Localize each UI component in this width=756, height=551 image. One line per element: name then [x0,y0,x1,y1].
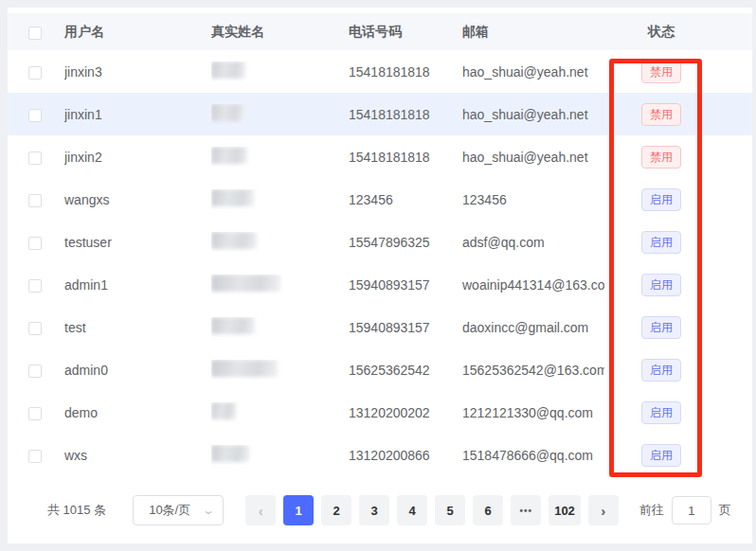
header-cell-username: 用户名 [64,24,211,41]
cell-checkbox [28,234,64,249]
pager: ‹ 123456•••102 › [245,495,619,525]
cell-email: hao_shuai@yeah.net [462,150,604,165]
header-cell-realname: 真实姓名 [211,24,349,41]
cell-realname [211,402,349,422]
header-cell-status: 状态 [604,24,718,41]
table-row: test 15940893157 daoxincc@gmail.com 启用 [8,306,752,348]
cell-status: 启用 [604,401,718,424]
table-row: admin0 15625362542 15625362542@163.com 启… [8,348,752,391]
cell-checkbox [28,447,64,462]
cell-phone: 15418181818 [349,107,462,122]
cell-email: daoxincc@gmail.com [462,320,604,335]
cell-email: hao_shuai@yeah.net [462,107,604,122]
pager-page-button-3[interactable]: 3 [359,495,389,525]
status-badge: 启用 [641,316,681,339]
pager-page-button-102[interactable]: 102 [549,495,581,525]
cell-username: demo [64,405,211,420]
cell-phone: 13120200866 [349,448,462,463]
cell-email: 15625362542@163.com [462,363,604,378]
row-checkbox[interactable] [28,364,42,378]
page-size-select[interactable]: 10条/页 ⌄ [133,495,224,525]
user-table-card: 用户名 真实姓名 电话号码 邮箱 状态 jinxin3 15418181818 … [8,8,752,543]
header-cell-checkbox [28,24,64,39]
table-row: jinxin3 15418181818 hao_shuai@yeah.net 禁… [8,50,752,93]
table-header: 用户名 真实姓名 电话号码 邮箱 状态 [8,13,752,50]
row-checkbox[interactable] [28,66,42,80]
cell-phone: 15940893157 [349,320,462,335]
redacted-realname-blur [211,189,254,206]
cell-status: 启用 [604,231,718,254]
cell-username: testuser [64,235,211,250]
cell-checkbox [28,276,64,292]
row-checkbox[interactable] [28,237,42,250]
row-checkbox[interactable] [28,450,42,463]
row-checkbox[interactable] [28,322,42,335]
total-count-label: 共 1015 条 [47,502,106,519]
redacted-realname-blur [211,445,249,462]
cell-realname [211,232,349,252]
status-badge: 禁用 [641,61,681,83]
status-badge: 启用 [641,274,681,296]
pager-pages: 123456•••102 [283,495,581,525]
cell-phone: 15940893157 [349,277,462,293]
table-row: jinxin1 15418181818 hao_shuai@yeah.net 禁… [8,93,752,135]
cell-realname [211,147,349,167]
table-body: jinxin3 15418181818 hao_shuai@yeah.net 禁… [8,50,752,476]
pager-page-button-1[interactable]: 1 [283,495,314,525]
cell-realname [211,189,349,209]
cell-realname [211,317,349,337]
cell-checkbox [28,149,64,164]
cell-status: 启用 [604,359,718,382]
prev-page-button[interactable]: ‹ [245,495,276,525]
next-page-button[interactable]: › [588,495,619,525]
row-checkbox[interactable] [28,109,42,122]
header-cell-phone: 电话号码 [349,24,462,41]
cell-checkbox [28,63,64,79]
cell-username: wangxs [64,192,211,207]
cell-status: 启用 [604,316,718,339]
pager-more-button[interactable]: ••• [511,495,541,525]
cell-email: 1518478666@qq.com [462,448,604,463]
redacted-realname-blur [211,104,244,121]
pager-page-button-5[interactable]: 5 [435,495,465,525]
goto-suffix-label: 页 [719,502,731,519]
cell-status: 禁用 [604,146,718,169]
cell-checkbox [28,319,64,334]
row-checkbox[interactable] [28,194,42,207]
pager-page-button-4[interactable]: 4 [397,495,427,525]
cell-phone: 123456 [349,192,462,207]
cell-realname [211,275,349,294]
cell-email: 1212121330@qq.com [462,405,604,420]
row-checkbox[interactable] [28,279,42,293]
row-checkbox[interactable] [28,151,42,165]
cell-phone: 15418181818 [349,150,462,165]
cell-realname [211,104,349,124]
goto-page-input[interactable] [672,496,711,524]
row-checkbox[interactable] [28,407,42,420]
cell-checkbox [28,362,64,377]
cell-username: test [64,320,211,335]
cell-status: 启用 [604,274,718,296]
cell-phone: 15547896325 [349,235,462,250]
page-size-value: 10条/页 [149,502,190,519]
cell-username: admin1 [64,277,211,293]
table-row: jinxin2 15418181818 hao_shuai@yeah.net 禁… [8,135,752,178]
status-badge: 启用 [641,444,681,467]
redacted-realname-blur [211,275,280,292]
status-badge: 启用 [641,231,681,254]
cell-username: jinxin3 [64,64,211,80]
cell-checkbox [28,106,64,121]
status-badge: 启用 [641,401,681,424]
cell-phone: 15625362542 [349,363,462,378]
cell-realname [211,360,349,380]
cell-username: jinxin1 [64,107,211,122]
user-table: 用户名 真实姓名 电话号码 邮箱 状态 jinxin3 15418181818 … [8,13,752,476]
header-cell-email: 邮箱 [462,24,604,41]
redacted-realname-blur [211,360,278,377]
table-row: wangxs 123456 123456 启用 [8,178,752,221]
cell-checkbox [28,404,64,419]
select-all-checkbox[interactable] [28,27,42,40]
pager-page-button-2[interactable]: 2 [321,495,351,525]
pager-page-button-6[interactable]: 6 [473,495,503,525]
redacted-realname-blur [211,317,255,334]
